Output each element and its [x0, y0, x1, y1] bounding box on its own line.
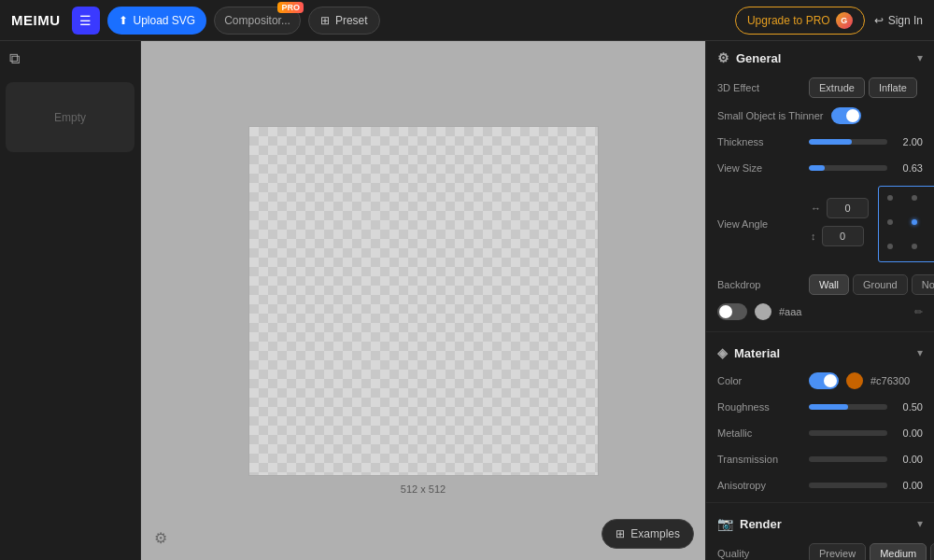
layers-icon: ⧉	[9, 50, 20, 67]
view-size-value: 0.63	[895, 162, 923, 174]
backdrop-hex: #aaa	[779, 306, 801, 317]
color-toggle[interactable]	[809, 372, 839, 389]
left-panel: ⧉ Empty	[0, 41, 141, 560]
material-section-header[interactable]: ◈ Material ▾	[706, 336, 934, 368]
angle-x-input[interactable]	[827, 198, 869, 218]
examples-button[interactable]: ⊞ Examples	[601, 519, 694, 549]
compositor-button[interactable]: Compositor... PRO	[214, 7, 301, 35]
extrude-button[interactable]: Extrude	[809, 77, 865, 98]
render-section-title: 📷 Render	[717, 516, 782, 531]
color-hex: #c76300	[870, 375, 910, 386]
transmission-row: Transmission 0.00	[706, 446, 934, 472]
color-toggle-knob	[824, 374, 837, 387]
pro-badge: PRO	[277, 2, 304, 13]
material-section-title: ◈ Material	[717, 345, 780, 360]
color-row: Color #c76300	[706, 368, 934, 394]
compositor-button-wrap: Compositor... PRO	[214, 7, 301, 35]
angle-y-row: ↕	[811, 226, 869, 246]
dot-0-1[interactable]	[905, 189, 924, 207]
thickness-slider[interactable]	[809, 139, 887, 145]
anisotropy-slider[interactable]	[809, 483, 887, 488]
main-layout: ⧉ Empty 512 x 512 ⚙ ⊞ Examples ⚙ General…	[0, 41, 934, 560]
thickness-row: Thickness 2.00	[706, 129, 934, 155]
view-size-slider[interactable]	[809, 165, 887, 171]
color-label: Color	[717, 375, 801, 386]
canvas-area: 512 x 512 ⚙ ⊞ Examples	[141, 41, 705, 560]
small-object-toggle[interactable]	[831, 107, 861, 124]
effect-3d-label: 3D Effect	[717, 82, 801, 93]
upgrade-button[interactable]: Upgrade to PRO G	[735, 7, 865, 35]
color-swatch[interactable]	[846, 372, 863, 389]
inflate-button[interactable]: Inflate	[869, 77, 917, 98]
small-object-label: Small Object is Thinner	[717, 110, 824, 121]
anisotropy-label: Anisotropy	[717, 480, 801, 491]
quality-preview-button[interactable]: Preview	[809, 543, 866, 560]
menu-button[interactable]: ☰	[72, 7, 100, 35]
roughness-fill	[809, 404, 848, 410]
canvas-bottom-bar: ⊞ Examples	[601, 519, 694, 549]
dot-1-2[interactable]	[929, 213, 934, 231]
dot-2-0[interactable]	[881, 237, 899, 256]
dot-1-0[interactable]	[881, 213, 899, 231]
material-chevron-icon: ▾	[917, 346, 923, 359]
metallic-slider[interactable]	[809, 430, 887, 436]
wall-button[interactable]: Wall	[809, 274, 849, 295]
settings-icon[interactable]: ⚙	[154, 529, 167, 547]
empty-layer-item[interactable]: Empty	[6, 82, 134, 152]
view-angle-row: View Angle ↔ ↕	[706, 181, 934, 270]
general-icon: ⚙	[717, 50, 729, 65]
dot-0-0[interactable]	[881, 189, 899, 207]
preset-icon: ⊞	[320, 14, 330, 27]
anisotropy-row: Anisotropy 0.00	[706, 472, 934, 498]
upload-svg-button[interactable]: ⬆ Upload SVG	[107, 7, 207, 35]
thickness-label: Thickness	[717, 136, 801, 147]
backdrop-buttons-row: Backdrop Wall Ground None	[706, 270, 934, 300]
angle-inputs: ↔ ↕	[811, 198, 869, 250]
thickness-fill	[809, 139, 852, 145]
right-panel: ⚙ General ▾ 3D Effect Extrude Inflate Sm…	[705, 41, 934, 560]
quality-medium-button[interactable]: Medium	[870, 543, 927, 560]
topbar: MEIMU ☰ ⬆ Upload SVG Compositor... PRO ⊞…	[0, 0, 934, 41]
angle-y-input[interactable]	[822, 226, 864, 246]
general-section-header[interactable]: ⚙ General ▾	[706, 41, 934, 73]
dot-0-2[interactable]	[929, 189, 934, 207]
view-size-label: View Size	[717, 162, 801, 174]
dot-2-1[interactable]	[905, 237, 924, 256]
angle-y-icon: ↕	[811, 231, 816, 242]
backdrop-color-swatch[interactable]	[755, 303, 771, 320]
canvas-wrapper: 512 x 512	[248, 126, 599, 476]
dot-1-1[interactable]	[905, 213, 924, 231]
quality-btn-group: Preview Medium Product	[809, 543, 934, 560]
render-section-header[interactable]: 📷 Render ▾	[706, 507, 934, 539]
backdrop-btn-group: Wall Ground None	[809, 274, 934, 295]
roughness-value: 0.50	[895, 401, 923, 413]
quality-row: Quality Preview Medium Product	[706, 539, 934, 560]
transmission-slider[interactable]	[809, 456, 887, 462]
render-icon: 📷	[717, 516, 733, 531]
ground-button[interactable]: Ground	[853, 274, 908, 295]
dot-2-2[interactable]	[929, 237, 934, 256]
preset-button[interactable]: ⊞ Preset	[308, 7, 380, 35]
material-icon: ◈	[717, 345, 728, 360]
divider-2	[706, 502, 934, 503]
signin-icon: ↩	[874, 14, 884, 27]
quality-product-button[interactable]: Product	[930, 543, 934, 560]
roughness-label: Roughness	[717, 401, 801, 413]
backdrop-toggle[interactable]	[717, 303, 747, 320]
backdrop-edit-icon[interactable]: ✏	[914, 306, 923, 318]
layer-icon-area: ⧉	[0, 41, 140, 77]
view-size-fill	[809, 165, 825, 171]
general-section-title: ⚙ General	[717, 50, 781, 65]
angle-x-row: ↔	[811, 198, 869, 218]
none-button[interactable]: None	[912, 274, 934, 295]
topbar-right: Upgrade to PRO G ↩ Sign In	[735, 7, 923, 35]
canvas-size-label: 512 x 512	[401, 483, 446, 495]
empty-label: Empty	[54, 111, 86, 124]
signin-button[interactable]: ↩ Sign In	[874, 14, 923, 27]
upload-icon: ⬆	[119, 14, 128, 27]
dot-grid	[878, 186, 934, 262]
thickness-value: 2.00	[895, 136, 923, 147]
backdrop-label: Backdrop	[717, 279, 801, 290]
roughness-slider[interactable]	[809, 404, 887, 410]
logo: MEIMU	[11, 12, 61, 28]
